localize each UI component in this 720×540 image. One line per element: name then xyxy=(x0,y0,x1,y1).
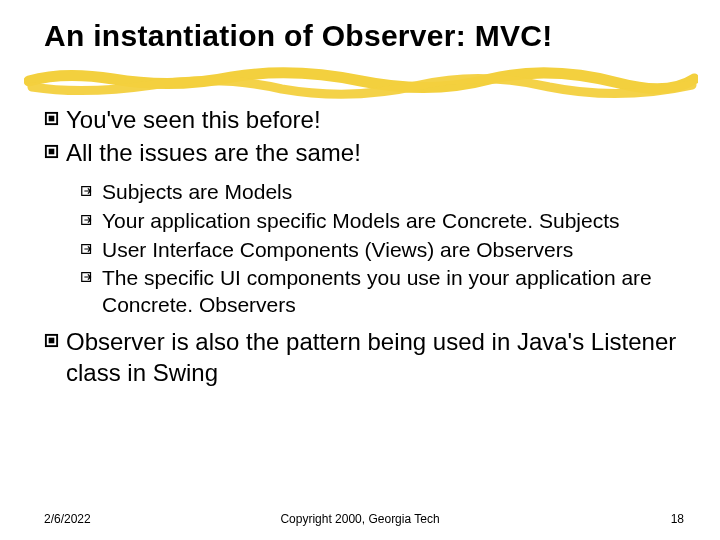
slide-body: You've seen this before! All the issues … xyxy=(44,105,688,388)
square-bullet-icon xyxy=(44,105,66,126)
bullet-text: The specific UI components you use in yo… xyxy=(102,265,688,319)
arrow-bullet-icon xyxy=(80,208,102,227)
bullet-level2: User Interface Components (Views) are Ob… xyxy=(80,237,688,264)
slide: An instantiation of Observer: MVC! You'v… xyxy=(0,0,720,540)
square-bullet-icon xyxy=(44,138,66,159)
svg-rect-12 xyxy=(49,338,55,344)
bullet-text: Your application specific Models are Con… xyxy=(102,208,688,235)
bullet-level1: All the issues are the same! xyxy=(44,138,688,169)
slide-footer: 2/6/2022 Copyright 2000, Georgia Tech 18 xyxy=(0,512,720,526)
bullet-level2: Your application specific Models are Con… xyxy=(80,208,688,235)
arrow-bullet-icon xyxy=(80,265,102,284)
arrow-bullet-icon xyxy=(80,179,102,198)
bullet-text: User Interface Components (Views) are Ob… xyxy=(102,237,688,264)
bullet-text: Subjects are Models xyxy=(102,179,688,206)
slide-title: An instantiation of Observer: MVC! xyxy=(44,18,688,53)
footer-copyright: Copyright 2000, Georgia Tech xyxy=(0,512,720,526)
bullet-text: All the issues are the same! xyxy=(66,138,688,169)
bullet-level1: You've seen this before! xyxy=(44,105,688,136)
svg-rect-2 xyxy=(49,116,55,122)
arrow-bullet-icon xyxy=(80,237,102,256)
bullet-text: You've seen this before! xyxy=(66,105,688,136)
bullet-text: Observer is also the pattern being used … xyxy=(66,327,688,388)
square-bullet-icon xyxy=(44,327,66,348)
bullet-level2: The specific UI components you use in yo… xyxy=(80,265,688,319)
bullet-level1: Observer is also the pattern being used … xyxy=(44,327,688,388)
svg-rect-5 xyxy=(49,149,55,155)
title-underline xyxy=(24,61,698,99)
bullet-level2: Subjects are Models xyxy=(80,179,688,206)
